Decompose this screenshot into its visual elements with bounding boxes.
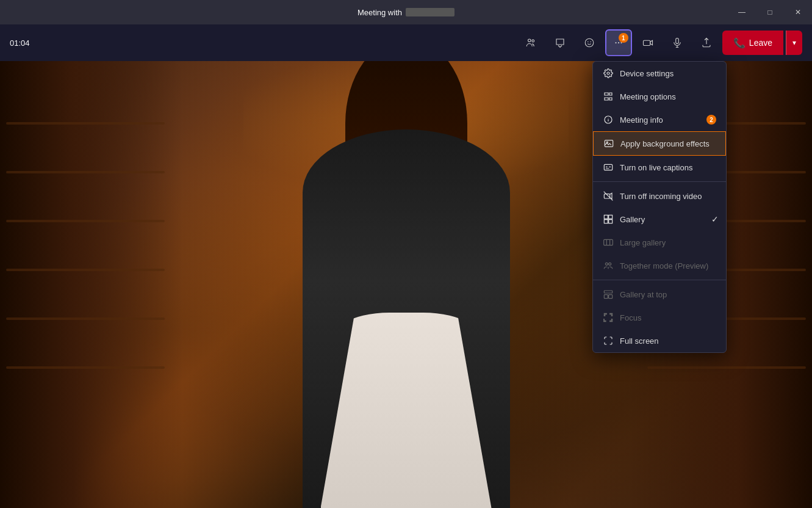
apply-background-label: Apply background effects <box>620 139 710 148</box>
menu-gallery-top: Gallery at top <box>593 283 726 306</box>
menu-together-mode: Together mode (Preview) <box>593 254 726 277</box>
captions-icon <box>603 162 614 173</box>
video-off-icon <box>603 191 614 201</box>
gallery-label: Gallery <box>620 215 645 224</box>
options-icon <box>603 91 614 102</box>
title-redacted <box>406 8 455 16</box>
svg-rect-19 <box>604 164 612 170</box>
chat-icon <box>555 37 566 48</box>
svg-rect-8 <box>643 40 650 45</box>
svg-point-3 <box>587 42 589 43</box>
svg-point-5 <box>615 42 616 43</box>
gallery-top-label: Gallery at top <box>620 290 667 299</box>
title-bar-title: Meeting with <box>357 8 455 17</box>
menu-live-captions[interactable]: Turn on live captions <box>593 156 726 179</box>
leave-button[interactable]: 📞 Leave <box>722 31 783 55</box>
more-options-button[interactable]: 1 <box>605 29 632 56</box>
reactions-button[interactable] <box>576 29 603 56</box>
close-button[interactable]: ✕ <box>784 0 812 24</box>
menu-device-settings[interactable]: Device settings <box>593 62 726 85</box>
svg-point-4 <box>590 42 591 43</box>
large-gallery-icon <box>603 237 614 248</box>
svg-line-21 <box>604 192 613 201</box>
title-bar: Meeting with — □ ✕ <box>0 0 812 24</box>
gallery-top-icon <box>603 289 614 300</box>
together-icon <box>603 260 614 271</box>
large-gallery-label: Large gallery <box>620 238 666 247</box>
divider-2 <box>593 280 726 280</box>
background-icon <box>603 138 614 149</box>
leave-dropdown-button[interactable]: ▾ <box>786 31 802 55</box>
svg-rect-22 <box>604 215 608 219</box>
camera-button[interactable] <box>634 29 661 56</box>
meeting-timer: 01:04 <box>10 38 30 48</box>
participants-button[interactable] <box>517 29 544 56</box>
gallery-icon <box>603 214 614 225</box>
gear-icon <box>603 68 614 79</box>
video-person <box>260 93 553 508</box>
svg-rect-9 <box>676 38 679 44</box>
svg-rect-33 <box>609 295 613 299</box>
chat-button[interactable] <box>547 29 573 56</box>
svg-point-30 <box>609 263 611 265</box>
people-icon <box>525 37 536 48</box>
focus-label: Focus <box>620 313 641 322</box>
device-settings-label: Device settings <box>620 69 674 78</box>
divider-1 <box>593 181 726 182</box>
minimize-button[interactable]: — <box>728 0 756 24</box>
gallery-check: ✓ <box>711 214 719 224</box>
svg-point-1 <box>532 40 534 42</box>
leave-label: Leave <box>749 38 772 48</box>
focus-icon <box>603 312 614 323</box>
menu-meeting-info[interactable]: Meeting info 2 <box>593 108 726 131</box>
mic-icon <box>672 37 683 48</box>
svg-point-0 <box>528 39 531 42</box>
svg-rect-25 <box>609 220 613 223</box>
menu-full-screen[interactable]: Full screen <box>593 329 726 352</box>
menu-gallery[interactable]: Gallery ✓ <box>593 208 726 231</box>
menu-meeting-options[interactable]: Meeting options <box>593 85 726 108</box>
toolbar-right: 1 📞 Leave ▾ <box>517 29 802 56</box>
more-options-badge: 1 <box>619 33 628 43</box>
menu-focus: Focus <box>593 306 726 329</box>
svg-rect-31 <box>604 291 612 293</box>
meeting-title: Meeting with <box>357 8 402 17</box>
full-screen-label: Full screen <box>620 336 659 346</box>
maximize-button[interactable]: □ <box>756 0 784 24</box>
emoji-icon <box>584 37 595 48</box>
menu-large-gallery: Large gallery <box>593 231 726 254</box>
meeting-info-label: Meeting info <box>620 115 663 125</box>
svg-point-2 <box>585 38 594 47</box>
info-icon <box>603 114 614 125</box>
together-mode-label: Together mode (Preview) <box>620 261 708 270</box>
toolbar: 01:04 1 📞 <box>0 24 812 61</box>
svg-point-6 <box>618 42 619 43</box>
svg-rect-26 <box>604 239 613 245</box>
share-button[interactable] <box>693 29 720 56</box>
turn-off-video-label: Turn off incoming video <box>620 192 702 201</box>
svg-point-29 <box>605 263 608 265</box>
share-icon <box>701 37 712 48</box>
mic-button[interactable] <box>664 29 691 56</box>
svg-rect-24 <box>604 220 608 223</box>
camera-icon <box>642 37 653 48</box>
live-captions-label: Turn on live captions <box>620 163 692 172</box>
svg-point-13 <box>607 72 609 74</box>
context-menu: Device settings Meeting options Meeting … <box>592 61 727 353</box>
svg-rect-23 <box>609 215 613 219</box>
meeting-info-badge: 2 <box>706 115 716 125</box>
title-bar-controls: — □ ✕ <box>728 0 812 24</box>
menu-apply-background[interactable]: Apply background effects <box>593 131 726 156</box>
menu-turn-off-video[interactable]: Turn off incoming video <box>593 184 726 208</box>
svg-point-18 <box>606 142 608 143</box>
svg-rect-32 <box>604 295 608 299</box>
fullscreen-icon <box>603 335 614 346</box>
meeting-options-label: Meeting options <box>620 92 676 101</box>
